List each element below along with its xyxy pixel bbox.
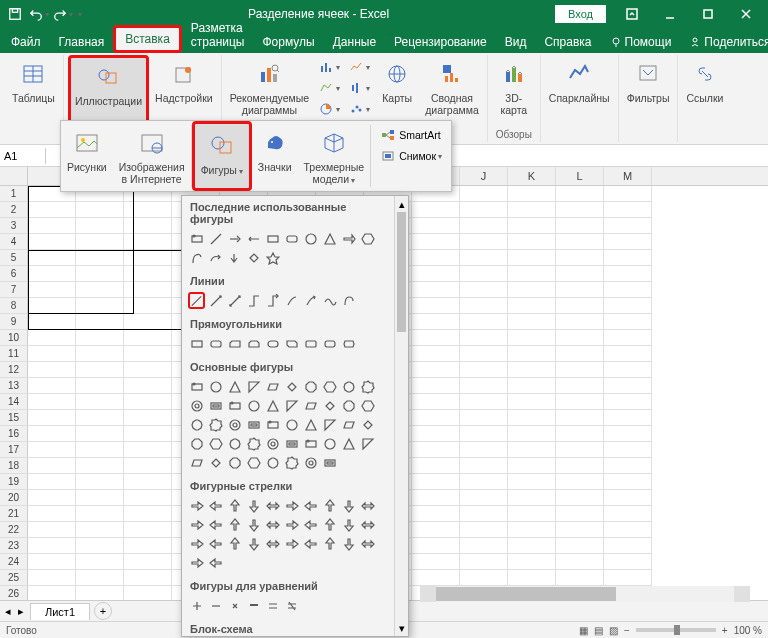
sheet-tab[interactable]: Лист1 <box>30 603 90 620</box>
horizontal-scrollbar[interactable] <box>420 586 750 602</box>
cell[interactable] <box>412 490 460 506</box>
shape-option[interactable] <box>188 535 205 552</box>
cell[interactable] <box>124 506 172 522</box>
shape-option[interactable] <box>245 335 262 352</box>
shape-option[interactable] <box>245 535 262 552</box>
scroll-left-button[interactable] <box>420 586 436 602</box>
cell[interactable] <box>460 570 508 586</box>
cell[interactable] <box>508 538 556 554</box>
cell[interactable] <box>76 554 124 570</box>
cell[interactable] <box>28 346 76 362</box>
cell[interactable] <box>124 202 172 218</box>
cell[interactable] <box>508 426 556 442</box>
cell[interactable] <box>460 298 508 314</box>
row-header[interactable]: 14 <box>0 394 28 410</box>
cell[interactable] <box>76 314 124 330</box>
cell[interactable] <box>508 298 556 314</box>
pictures-button[interactable]: Рисунки <box>61 121 113 191</box>
cell[interactable] <box>556 218 604 234</box>
row-header[interactable]: 24 <box>0 554 28 570</box>
cell[interactable] <box>508 522 556 538</box>
cell[interactable] <box>28 394 76 410</box>
online-pictures-button[interactable]: Изображения в Интернете <box>113 121 191 191</box>
shape-option[interactable] <box>245 497 262 514</box>
cell[interactable] <box>508 234 556 250</box>
cell[interactable] <box>412 506 460 522</box>
tab-layout[interactable]: Разметка страницы <box>182 17 254 53</box>
tab-view[interactable]: Вид <box>496 31 536 53</box>
cell[interactable] <box>604 570 652 586</box>
cell[interactable] <box>556 426 604 442</box>
cell[interactable] <box>556 314 604 330</box>
cell[interactable] <box>460 490 508 506</box>
shape-option[interactable] <box>226 249 243 266</box>
cell[interactable] <box>460 538 508 554</box>
shape-option[interactable] <box>188 378 205 395</box>
cell[interactable] <box>412 362 460 378</box>
shape-option[interactable] <box>207 597 224 614</box>
cell[interactable] <box>412 442 460 458</box>
cell[interactable] <box>556 250 604 266</box>
row-header[interactable]: 17 <box>0 442 28 458</box>
cell[interactable] <box>28 458 76 474</box>
cell[interactable] <box>460 314 508 330</box>
shape-option[interactable] <box>264 230 281 247</box>
cell[interactable] <box>412 522 460 538</box>
cell[interactable] <box>76 410 124 426</box>
cell[interactable] <box>604 554 652 570</box>
shape-option[interactable] <box>188 416 205 433</box>
cell[interactable] <box>556 394 604 410</box>
cell[interactable] <box>556 506 604 522</box>
shape-option[interactable] <box>283 292 300 309</box>
shape-option[interactable] <box>340 435 357 452</box>
filters-button[interactable]: Фильтры <box>623 55 674 142</box>
shape-option[interactable] <box>245 378 262 395</box>
cell[interactable] <box>76 474 124 490</box>
shape-option[interactable] <box>264 292 281 309</box>
cell[interactable] <box>76 282 124 298</box>
cell[interactable] <box>76 570 124 586</box>
chart-surface-button[interactable]: ▾ <box>315 78 343 98</box>
shape-option[interactable] <box>359 416 376 433</box>
shape-option[interactable] <box>264 516 281 533</box>
shape-option[interactable] <box>226 378 243 395</box>
shape-option[interactable] <box>302 435 319 452</box>
shape-option[interactable] <box>283 497 300 514</box>
shape-option[interactable] <box>302 516 319 533</box>
shape-option[interactable] <box>226 416 243 433</box>
cell[interactable] <box>28 298 76 314</box>
cell[interactable] <box>604 346 652 362</box>
tab-file[interactable]: Файл <box>2 31 50 53</box>
row-header[interactable]: 16 <box>0 426 28 442</box>
cell[interactable] <box>28 506 76 522</box>
shape-option[interactable] <box>207 454 224 471</box>
hscroll-thumb[interactable] <box>436 587 616 601</box>
cell[interactable] <box>124 330 172 346</box>
shape-option[interactable] <box>340 535 357 552</box>
scroll-down-button[interactable]: ▾ <box>395 620 408 636</box>
shape-option[interactable] <box>226 335 243 352</box>
shape-option[interactable] <box>188 335 205 352</box>
cell[interactable] <box>412 474 460 490</box>
cell[interactable] <box>28 538 76 554</box>
shape-option[interactable] <box>359 516 376 533</box>
cell[interactable] <box>412 234 460 250</box>
cell[interactable] <box>412 426 460 442</box>
cell[interactable] <box>460 186 508 202</box>
cell[interactable] <box>76 522 124 538</box>
shape-option[interactable] <box>245 597 262 614</box>
shape-option[interactable] <box>321 397 338 414</box>
cell[interactable] <box>124 442 172 458</box>
shape-option[interactable] <box>359 535 376 552</box>
shape-option[interactable] <box>340 497 357 514</box>
row-header[interactable]: 23 <box>0 538 28 554</box>
chart-scatter-button[interactable]: ▾ <box>345 99 373 119</box>
scroll-thumb[interactable] <box>397 212 406 332</box>
shape-option[interactable] <box>283 335 300 352</box>
cell[interactable] <box>124 426 172 442</box>
cell[interactable] <box>460 426 508 442</box>
scroll-up-button[interactable]: ▴ <box>395 196 408 212</box>
cell[interactable] <box>508 314 556 330</box>
row-header[interactable]: 18 <box>0 458 28 474</box>
cell[interactable] <box>412 250 460 266</box>
